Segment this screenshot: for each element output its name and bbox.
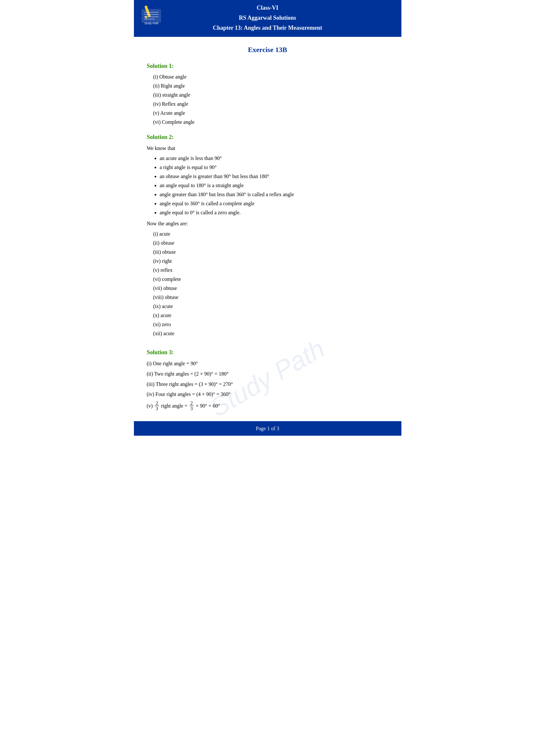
solution-3: Solution 3: (i) One right angle = 90° (i… xyxy=(147,348,388,412)
sol2-ans-7: (viii) obtuse xyxy=(153,293,388,302)
sol3-fraction-line: (v) 2 3 right angle = 2 3 × 90° = 60° xyxy=(147,400,388,412)
sol3-frac-den: 3 xyxy=(155,406,159,412)
sol2-bullet-5: angle equal to 360° is called a complete… xyxy=(160,199,388,208)
sol3-frac-num2: 2 xyxy=(189,400,194,406)
sol2-bullet-6: angle equal to 0° is called a zero angle… xyxy=(160,208,388,217)
solution-1-heading: Solution 1: xyxy=(147,62,388,71)
solution-3-heading: Solution 3: xyxy=(147,348,388,357)
sol2-ans-5: (vi) complete xyxy=(153,275,388,284)
sol2-ans-1: (ii) obtuse xyxy=(153,238,388,248)
sol2-bullet-4: angle greater than 180° but less than 36… xyxy=(160,190,388,199)
sol3-frac-num: 2 xyxy=(155,400,159,406)
sol2-ans-10: (xi) zero xyxy=(153,320,388,329)
sol1-item-4: (iv) Reflex angle xyxy=(153,99,388,109)
sol1-item-1: (i) Obtuse angle xyxy=(153,72,388,81)
page-footer: Page 1 of 3 xyxy=(134,421,401,436)
sol3-line-3: (iv) Four right angles = (4 × 90)° = 360… xyxy=(147,390,388,399)
sol2-ans-8: (ix) acute xyxy=(153,302,388,311)
sol2-ans-3: (iv) right xyxy=(153,256,388,266)
sol2-intro: We know that xyxy=(147,144,388,152)
sol2-ans-6: (vii) obtuse xyxy=(153,284,388,293)
sol2-bullet-list: an acute angle is less than 90° a right … xyxy=(160,154,388,217)
svg-rect-0 xyxy=(142,9,161,23)
sol3-frac-suffix: × 90° = 60° xyxy=(196,401,220,411)
solution-2-heading: Solution 2: xyxy=(147,132,388,142)
sol3-frac-prefix: (v) xyxy=(147,401,153,411)
solution-2: Solution 2: We know that an acute angle … xyxy=(147,132,388,338)
logo: Study Path xyxy=(138,3,164,25)
sol2-ans-0: (i) acute xyxy=(153,230,388,238)
sol2-bullet-3: an angle equal to 180° is a straight ang… xyxy=(160,181,388,190)
sol2-bullet-1: a right angle is equal to 90° xyxy=(160,163,388,172)
sol1-item-2: (ii) Right angle xyxy=(153,81,388,91)
sol2-bullet-2: an obtuse angle is greater than 90° but … xyxy=(160,172,388,181)
sol3-line-2: (iii) Three right angles = (3 × 90)° = 2… xyxy=(147,379,388,389)
sol3-frac-mid: right angle = xyxy=(161,401,187,411)
svg-text:Study Path: Study Path xyxy=(144,22,158,25)
sol2-ans-2: (iii) obtuse xyxy=(153,248,388,256)
sol2-ans-11: (xii) acute xyxy=(153,329,388,338)
sol2-now-text: Now the angles are: xyxy=(147,219,388,228)
sol3-line-1: (ii) Two right angles = (2 × 90)° = 180° xyxy=(147,369,388,379)
sol3-frac-den2: 3 xyxy=(189,406,194,412)
sol2-bullet-0: an acute angle is less than 90° xyxy=(160,154,388,163)
sol1-item-5: (v) Acute angle xyxy=(153,109,388,118)
sol1-item-3: (iii) straight angle xyxy=(153,91,388,99)
page-number: Page 1 of 3 xyxy=(256,426,279,431)
header-chapter: Chapter 13: Angles and Their Measurement xyxy=(140,23,395,33)
sol1-item-6: (vi) Complete angle xyxy=(153,118,388,127)
sol2-ans-9: (x) acute xyxy=(153,311,388,320)
exercise-title: Exercise 13B xyxy=(134,44,401,55)
header-class: Class-VI xyxy=(140,3,395,13)
solution-1: Solution 1: (i) Obtuse angle (ii) Right … xyxy=(147,62,388,127)
sol2-ans-4: (v) reflex xyxy=(153,266,388,275)
page-header: Study Path Class-VI RS Aggarwal Solution… xyxy=(134,0,401,37)
sol3-fraction-1: 2 3 xyxy=(155,400,159,412)
sol3-fraction-2: 2 3 xyxy=(189,400,194,412)
main-content: Solution 1: (i) Obtuse angle (ii) Right … xyxy=(134,62,401,412)
header-book: RS Aggarwal Solutions xyxy=(140,13,395,23)
sol3-line-0: (i) One right angle = 90° xyxy=(147,359,388,368)
